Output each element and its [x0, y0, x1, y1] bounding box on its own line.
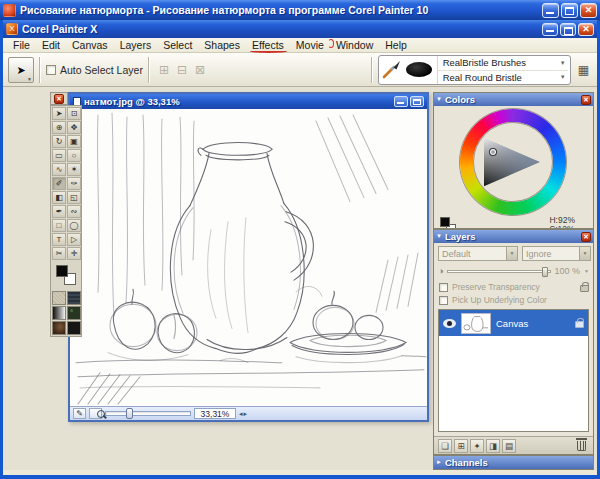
app-minimize-button[interactable]	[542, 23, 558, 36]
zoom-value-field[interactable]: 33,31%	[194, 408, 236, 419]
color-marker[interactable]	[490, 149, 496, 155]
auto-select-layer-checkbox[interactable]	[46, 65, 56, 75]
paper-selector[interactable]	[52, 291, 66, 305]
pick-up-underlying-checkbox[interactable]	[439, 296, 448, 305]
menu-shapes[interactable]: Shapes	[198, 38, 246, 52]
brush-library-button[interactable]: ▦	[575, 61, 592, 79]
document-minimize-button[interactable]	[394, 96, 408, 107]
tool-crop-button[interactable]: ▣	[67, 135, 81, 148]
tool-grabber-button[interactable]: ✥	[67, 121, 81, 134]
menu-edit[interactable]: Edit	[36, 38, 66, 52]
new-liquid-ink-layer-button[interactable]: ◨	[486, 439, 500, 453]
tool-pen-button[interactable]: ✒	[52, 205, 66, 218]
tool-rotate-page-button[interactable]: ↻	[52, 135, 66, 148]
channels-panel-header[interactable]: ► Channels	[434, 456, 593, 469]
tool-magnifier-button[interactable]: ⊕	[52, 121, 66, 134]
still-life-sketch	[70, 109, 427, 406]
brush-category-dropdown[interactable]: RealBristle Brushes ▼	[438, 56, 568, 70]
ungroup-layers-button[interactable]: ⊟	[173, 63, 191, 77]
brush-variant-dropdown[interactable]: Real Round Bristle ▼	[438, 70, 568, 84]
main-color-swatch[interactable]	[56, 265, 68, 277]
new-layer-button[interactable]: ❏	[438, 439, 452, 453]
outer-window-titlebar[interactable]: Рисование натюрморта - Рисование натюрмо…	[0, 0, 600, 20]
nozzle-selector[interactable]	[67, 306, 81, 320]
outer-maximize-button[interactable]	[561, 3, 578, 18]
menu-canvas[interactable]: Canvas	[66, 38, 114, 52]
collapse-icon: ⊠	[195, 63, 205, 77]
toolbox-close-button[interactable]: ✕	[54, 94, 64, 104]
weave-selector[interactable]	[67, 321, 81, 335]
tool-rect-shape-button[interactable]: □	[52, 219, 66, 232]
menu-help[interactable]: Help	[379, 38, 413, 52]
group-layers-button[interactable]: ⊞	[155, 63, 173, 77]
opacity-slider[interactable]	[447, 270, 550, 273]
menu-window[interactable]: Window	[330, 38, 379, 52]
main-color-swatch[interactable]	[440, 217, 450, 227]
tool-brush-button[interactable]: ✐	[52, 177, 66, 190]
composite-depth-dropdown[interactable]: Ignore ▼	[522, 246, 591, 261]
delete-layer-button[interactable]	[577, 441, 586, 451]
new-layer-mask-button[interactable]: ▤	[502, 439, 516, 453]
tool-text-button[interactable]: T	[52, 233, 66, 246]
tool-lasso-button[interactable]: ∿	[52, 163, 66, 176]
outer-minimize-button[interactable]	[542, 3, 559, 18]
outer-close-button[interactable]: ✕	[580, 3, 597, 18]
zoom-tool-button[interactable]	[89, 408, 102, 419]
current-tool-button[interactable]: ➤ ▼	[8, 57, 34, 83]
minimize-icon	[397, 102, 404, 104]
layers-panel-close-button[interactable]: ✕	[581, 232, 591, 242]
saturation-value: S:12%	[549, 225, 575, 228]
pattern-selector[interactable]	[67, 291, 81, 305]
menu-select[interactable]: Select	[157, 38, 198, 52]
document-titlebar[interactable]: натмот.jpg @ 33,31%	[70, 94, 427, 109]
composite-method-value: Default	[439, 249, 506, 259]
colors-panel-header[interactable]: ▼ Colors ✕	[434, 93, 593, 106]
zoom-slider-thumb[interactable]	[126, 408, 133, 419]
tool-oval-select-button[interactable]: ○	[67, 149, 81, 162]
document-restore-button[interactable]	[410, 96, 424, 107]
brush-dab-preview[interactable]	[406, 62, 432, 77]
tool-magic-wand-button[interactable]: ✶	[67, 163, 81, 176]
tool-rect-select-button[interactable]: ▭	[52, 149, 66, 162]
app-titlebar[interactable]: X Corel Painter X ✕	[3, 20, 597, 38]
tool-eraser-button[interactable]: ◱	[67, 191, 81, 204]
menu-layers[interactable]: Layers	[114, 38, 158, 52]
library-grid-icon: ▦	[578, 63, 589, 77]
opacity-slider-thumb[interactable]	[542, 267, 548, 277]
layer-thumbnail	[461, 313, 491, 334]
tool-paint-bucket-button[interactable]: ◧	[52, 191, 66, 204]
collapse-layers-button[interactable]: ⊠	[191, 63, 209, 77]
look-selector[interactable]	[52, 321, 66, 335]
layer-adjuster-icon: ➤	[16, 64, 25, 76]
tool-scissors-button[interactable]: ✂	[52, 247, 66, 260]
tool-add-point-button[interactable]: ✛	[67, 247, 81, 260]
menu-effects[interactable]: Effects	[246, 38, 290, 52]
tool-quick-curve-button[interactable]: ∾	[67, 205, 81, 218]
zoom-stepper[interactable]: ◂▸	[239, 410, 248, 418]
new-group-button[interactable]: ⊞	[454, 439, 468, 453]
tool-shape-selection-button[interactable]: ▷	[67, 233, 81, 246]
toolbar-separator	[148, 57, 150, 83]
tool-layer-adjuster-button[interactable]: ➤	[52, 107, 66, 120]
preserve-transparency-checkbox[interactable]	[439, 283, 448, 292]
zoom-slider[interactable]	[105, 411, 191, 416]
hue-ring[interactable]	[460, 109, 566, 215]
colors-panel-close-button[interactable]: ✕	[581, 95, 591, 105]
layers-panel-header[interactable]: ▼ Layers ✕	[434, 230, 593, 243]
tool-transform-button[interactable]: ⊡	[67, 107, 81, 120]
toolbar-separator	[371, 57, 373, 83]
visibility-eye-icon[interactable]	[443, 319, 456, 328]
gradient-selector[interactable]	[52, 306, 66, 320]
app-close-button[interactable]: ✕	[578, 23, 594, 36]
new-watercolor-layer-button[interactable]: ✦	[470, 439, 484, 453]
brush-tracking-button[interactable]: ✎	[73, 408, 86, 419]
brush-tool-icon[interactable]	[381, 60, 401, 80]
tool-oval-shape-button[interactable]: ◯	[67, 219, 81, 232]
canvas[interactable]	[70, 109, 427, 406]
menu-file[interactable]: File	[7, 38, 36, 52]
layer-row-canvas[interactable]: Canvas	[439, 310, 588, 336]
composite-method-dropdown[interactable]: Default ▼	[438, 246, 518, 261]
app-maximize-button[interactable]	[560, 23, 576, 36]
menu-movie[interactable]: Movie	[290, 38, 330, 52]
tool-dropper-button[interactable]: ✑	[67, 177, 81, 190]
